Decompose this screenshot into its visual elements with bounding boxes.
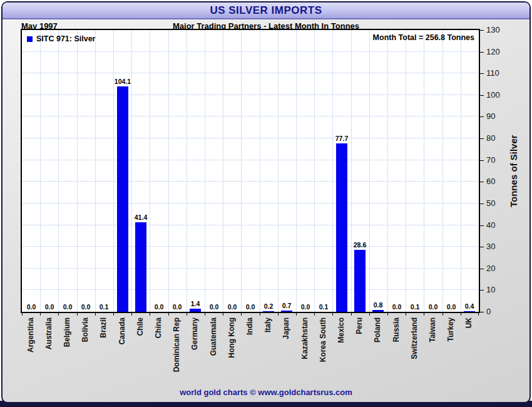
x-tick-label: Brazil — [99, 317, 108, 338]
bar-value-label: 0.1 — [311, 303, 336, 311]
y-tick-label: 120 — [486, 47, 500, 56]
y-tick-label: 60 — [486, 177, 495, 186]
v-gridline — [406, 30, 406, 312]
h-gridline — [22, 246, 479, 247]
v-gridline — [187, 30, 187, 312]
x-tick-mark — [168, 313, 169, 316]
v-gridline — [332, 30, 333, 312]
v-gridline — [260, 30, 260, 312]
y-tick-mark — [480, 269, 484, 269]
x-tick-mark — [406, 313, 406, 316]
x-tick-mark — [187, 313, 187, 316]
x-tick-mark — [314, 313, 315, 316]
x-tick-mark — [22, 313, 23, 316]
v-gridline — [278, 30, 279, 312]
v-gridline — [113, 30, 114, 312]
bar-germany — [190, 309, 201, 312]
v-gridline — [351, 30, 352, 312]
bar-chile — [135, 222, 146, 312]
y-tick-mark — [480, 182, 484, 182]
y-tick-mark — [480, 290, 484, 291]
y-tick-label: 130 — [486, 25, 500, 34]
bar-canada — [117, 86, 128, 312]
v-gridline — [314, 30, 315, 312]
y-tick-label: 100 — [486, 90, 500, 100]
v-gridline — [461, 30, 461, 312]
chart-window: US SILVER IMPORTS May 1997 Major Trading… — [0, 0, 532, 407]
plot-grid-region: 0.00.00.00.00.1104.141.40.00.01.40.00.00… — [22, 30, 479, 312]
x-tick-mark — [332, 313, 333, 316]
x-tick-label: Japan — [282, 317, 290, 339]
x-tick-label: Germany — [190, 317, 199, 350]
x-tick-label: Kazakhstan — [300, 317, 309, 359]
y-tick-label: 30 — [486, 242, 495, 251]
x-tick-mark — [478, 313, 479, 316]
bar-value-label: 104.1 — [110, 78, 135, 85]
x-tick-label: UK — [464, 317, 473, 328]
y-tick-label: 90 — [486, 111, 495, 121]
x-tick-mark — [40, 313, 41, 316]
h-gridline — [22, 95, 479, 95]
v-gridline — [168, 30, 169, 312]
x-tick-mark — [260, 313, 260, 316]
x-tick-label: India — [245, 317, 254, 335]
bar-value-label: 41.4 — [128, 214, 153, 221]
x-tick-label: Canada — [118, 317, 126, 344]
x-tick-label: Belgium — [63, 317, 71, 347]
y-tick-mark — [480, 95, 484, 96]
bar-value-label: 28.6 — [347, 241, 372, 249]
v-gridline — [77, 30, 78, 312]
bar-peru — [354, 250, 366, 312]
y-tick-mark — [480, 116, 484, 117]
footer-credit: world gold charts © www.goldchartsrus.co… — [3, 388, 529, 397]
bar-value-label: 77.7 — [329, 135, 354, 142]
x-tick-mark — [150, 313, 150, 316]
chart-panel: US SILVER IMPORTS May 1997 Major Trading… — [1, 1, 531, 403]
x-tick-label: Turkey — [446, 317, 455, 341]
x-tick-label: Hong Kong — [227, 317, 236, 358]
x-tick-label: China — [154, 317, 163, 338]
h-gridline — [22, 268, 479, 269]
x-tick-label: Russia — [392, 317, 401, 342]
x-tick-label: Chile — [136, 317, 145, 336]
x-tick-mark — [77, 313, 78, 316]
h-gridline — [22, 160, 479, 160]
legend-swatch — [27, 36, 33, 42]
v-gridline — [223, 30, 223, 312]
x-tick-label: Italy — [263, 317, 272, 332]
h-gridline — [22, 203, 479, 204]
v-gridline — [58, 30, 59, 312]
v-gridline — [241, 30, 242, 312]
x-axis: ArgentinaAustraliaBelgiumBoliviaBrazilCa… — [22, 313, 479, 391]
v-gridline — [205, 30, 205, 312]
legend: SITC 971: Silver — [27, 34, 96, 43]
y-tick-mark — [480, 73, 484, 74]
y-tick-label: 110 — [486, 68, 499, 78]
y-tick-mark — [480, 247, 484, 247]
v-gridline — [95, 30, 96, 312]
y-tick-label: 70 — [486, 155, 495, 165]
x-tick-label: Korea South — [319, 317, 327, 362]
v-gridline — [150, 30, 150, 312]
x-tick-mark — [296, 313, 297, 316]
x-tick-label: Mexico — [337, 317, 345, 343]
h-gridline — [22, 181, 479, 182]
y-tick-label: 80 — [486, 133, 495, 143]
h-gridline — [22, 289, 479, 290]
y-tick-label: 10 — [486, 285, 495, 294]
x-tick-mark — [223, 313, 223, 316]
bar-value-label: 0.1 — [91, 303, 116, 311]
x-tick-label: Taiwan — [428, 317, 437, 343]
y-tick-mark — [480, 312, 484, 312]
x-tick-mark — [461, 313, 461, 316]
v-gridline — [296, 30, 297, 312]
legend-label: SITC 971: Silver — [36, 34, 96, 43]
x-tick-label: Argentina — [26, 317, 35, 353]
x-tick-mark — [278, 313, 279, 316]
v-gridline — [131, 30, 132, 312]
x-tick-mark — [424, 313, 424, 316]
v-gridline — [387, 30, 388, 312]
v-gridline — [442, 30, 443, 312]
x-tick-label: Poland — [373, 317, 382, 343]
v-gridline — [369, 30, 370, 312]
